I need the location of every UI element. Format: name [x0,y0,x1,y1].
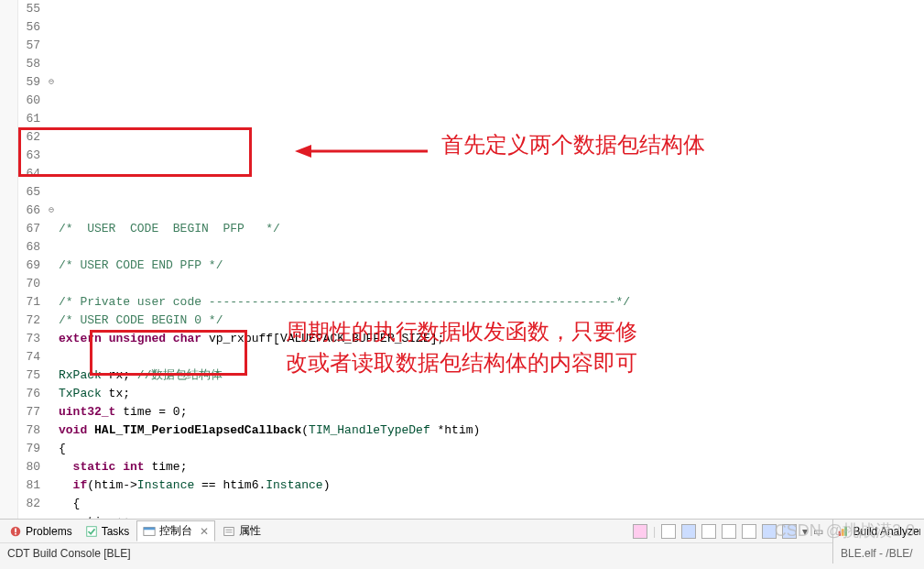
line-number: 58 [18,55,40,73]
code-line[interactable] [59,275,924,293]
tab-properties[interactable]: 属性 [217,521,266,541]
code-line[interactable]: extern unsigned char vp_rxbuff[VALUEPACK… [59,330,924,348]
code-editor[interactable]: 5556575859606162636465666768697071727374… [0,0,924,519]
tasks-icon [85,525,98,538]
line-number: 77 [18,403,40,421]
code-line[interactable]: /* USER CODE BEGIN 0 */ [59,312,924,330]
tab-problems[interactable]: Problems [4,523,78,540]
tb-icon-clear[interactable] [701,524,716,539]
line-number: 81 [18,476,40,495]
line-number: 66 [18,202,40,220]
editor-left-margin [0,0,18,519]
code-line[interactable] [59,348,924,367]
fold-toggle-icon[interactable]: ⊖ [47,204,56,215]
svg-marker-1 [295,145,311,158]
line-number: 74 [18,348,40,367]
code-line[interactable]: /* USER CODE BEGIN PFP */ [59,220,924,238]
svg-rect-12 [842,529,844,536]
line-number: 82 [18,495,40,513]
console-icon [143,525,156,538]
tab-console[interactable]: 控制台 ✕ [136,520,215,542]
annotation-top: 首先定义两个数据包结构体 [441,130,705,159]
close-icon[interactable]: ✕ [200,525,209,538]
svg-rect-11 [839,531,842,536]
code-line[interactable]: RxPack rx; //数据包结构体 [59,367,924,385]
svg-rect-13 [844,527,847,536]
code-line[interactable]: if(htim->Instance == htim6.Instance) [59,476,924,495]
tb-icon-menu[interactable] [782,524,797,539]
line-number: 70 [18,275,40,293]
arrow-top [295,137,432,165]
code-line[interactable]: static int time; [59,458,924,476]
tb-icon-display[interactable] [681,524,696,539]
bottom-panel: Problems Tasks 控制台 ✕ 属性 [0,519,924,569]
code-line[interactable]: TxPack tx; [59,385,924,403]
tb-icon-new[interactable] [762,524,777,539]
tab-properties-label: 属性 [239,523,261,539]
code-line[interactable]: /* Private user code -------------------… [59,293,924,312]
build-analyzer-label: Build Analyzer [853,525,920,538]
chevron-down-icon[interactable]: ▾ [802,525,808,538]
right-footer: BLE.elf - /BLE/ [832,543,924,564]
code-line[interactable] [59,238,924,257]
code-line[interactable]: { [59,495,924,513]
code-line[interactable]: uint32_t time = 0; [59,403,924,421]
tb-icon-1[interactable] [633,524,647,539]
line-number: 60 [18,92,40,110]
line-number: 68 [18,238,40,257]
line-number: 72 [18,312,40,330]
fold-toggle-icon[interactable]: ⊖ [47,76,56,87]
tab-problems-label: Problems [26,525,72,538]
problems-icon [9,525,22,538]
line-number: 73 [18,330,40,348]
tab-tasks-label: Tasks [102,525,130,538]
line-number-gutter: 5556575859606162636465666768697071727374… [18,0,46,519]
line-number: 67 [18,220,40,238]
svg-rect-7 [144,527,155,530]
svg-rect-4 [15,532,16,534]
code-line[interactable]: void HAL_TIM_PeriodElapsedCallback(TIM_H… [59,421,924,440]
svg-rect-8 [224,527,234,535]
code-line[interactable]: /* USER CODE END PFP */ [59,257,924,275]
line-number: 71 [18,293,40,312]
tb-icon-pin[interactable] [661,524,676,539]
bottom-tabs: Problems Tasks 控制台 ✕ 属性 [0,520,832,543]
build-analyzer-panel[interactable]: Build Analyzer [832,520,924,543]
line-number: 55 [18,0,40,18]
properties-icon [223,525,235,538]
svg-rect-3 [15,528,16,531]
line-number: 59 [18,73,40,92]
line-number: 75 [18,367,40,385]
chart-icon [837,525,850,538]
line-number: 79 [18,440,40,458]
fold-column[interactable]: ⊖⊖ [46,0,57,519]
line-number: 80 [18,458,40,476]
tab-console-label: 控制台 [159,523,192,539]
code-line[interactable]: { [59,440,924,458]
console-toolbar: | ▾ ▭ [633,524,829,539]
code-line[interactable]: time++; [59,513,924,519]
line-number: 78 [18,421,40,440]
line-number: 76 [18,385,40,403]
svg-rect-5 [86,526,96,536]
tb-icon-scroll[interactable] [722,524,736,539]
line-number: 69 [18,257,40,275]
line-number: 62 [18,128,40,147]
line-number: 56 [18,18,40,37]
console-title: CDT Build Console [BLE] [0,543,832,564]
tab-tasks[interactable]: Tasks [80,523,136,540]
line-number: 65 [18,183,40,202]
line-number: 64 [18,165,40,183]
tb-separator: | [653,525,656,538]
line-number: 57 [18,37,40,55]
code-content[interactable]: 首先定义两个数据包结构体 周期性的执行数据收发函数，只要修 改或者读取数据包结构… [57,0,924,519]
line-number: 61 [18,110,40,128]
line-number: 63 [18,147,40,165]
minimize-icon[interactable]: ▭ [813,525,823,538]
tb-icon-lock[interactable] [742,524,756,539]
